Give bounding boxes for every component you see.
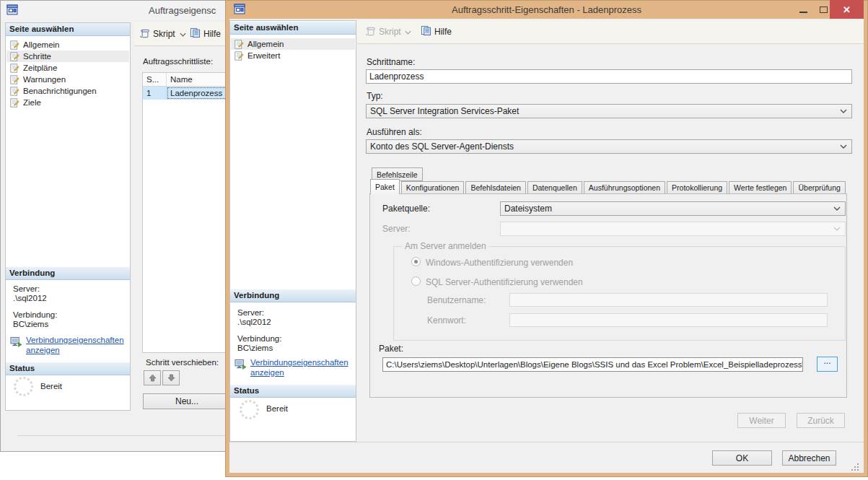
- bg-connection-header-label: Verbindung: [9, 269, 55, 277]
- window-icon: [6, 4, 18, 15]
- sidebar-item-label: Ziele: [23, 98, 41, 107]
- sidebar-item-label: Schritte: [23, 52, 51, 61]
- page-edit-icon: [10, 64, 19, 73]
- sidebar-item-label: Warnungen: [23, 75, 66, 84]
- sidebar-item-label: Allgemein: [23, 40, 60, 49]
- sidebar-item-benachrichtigungen[interactable]: Benachrichtigungen: [6, 85, 129, 97]
- move-step-label: Schritt verschieben:: [146, 358, 219, 367]
- bg-status-header: Status: [6, 362, 130, 375]
- status-value: Bereit: [40, 382, 62, 390]
- server-label: Server:: [13, 284, 40, 293]
- bg-sidebar-header: Seite auswählen: [6, 23, 130, 36]
- job-step-properties-dialog: [225, 0, 868, 477]
- move-step-down-button[interactable]: [162, 370, 180, 385]
- connection-label: Verbindung:: [13, 310, 57, 319]
- page-edit-icon: [10, 40, 19, 50]
- arrow-up-icon: [148, 373, 157, 383]
- move-step-up-button[interactable]: [144, 370, 161, 385]
- help-icon: [190, 27, 201, 38]
- sidebar-item-schritte[interactable]: Schritte: [6, 51, 129, 62]
- spinner-icon: [14, 377, 33, 396]
- sidebar-item-label: Zeitpläne: [23, 64, 57, 72]
- step-list-label: Auftragsschrittliste:: [143, 57, 213, 66]
- bg-connection-header: Verbindung: [6, 267, 130, 280]
- connection-properties-link[interactable]: Verbindungseigenschaften anzeigen: [26, 336, 127, 356]
- step-number: 1: [146, 89, 151, 97]
- sidebar-item-ziele[interactable]: Ziele: [6, 97, 129, 108]
- script-icon: [139, 28, 150, 39]
- new-step-button[interactable]: Neu...: [143, 393, 231, 409]
- new-step-button-label: Neu...: [175, 396, 198, 406]
- sidebar-item-label: Benachrichtigungen: [23, 87, 97, 95]
- page-edit-icon: [10, 87, 19, 96]
- page-edit-icon: [10, 98, 19, 108]
- sidebar-item-allgemein[interactable]: Allgemein: [6, 39, 129, 51]
- column-header-label: Name: [170, 75, 193, 84]
- sidebar-item-warnungen[interactable]: Warnungen: [6, 74, 129, 85]
- column-header-label: S...: [146, 75, 159, 84]
- page-edit-icon: [10, 75, 19, 84]
- bg-sidebar: Seite auswählen Allgemein Schritte Zeitp…: [5, 22, 131, 411]
- connection-properties-icon: [10, 336, 22, 347]
- script-button[interactable]: Skript: [153, 29, 175, 39]
- bg-sidebar-header-label: Seite auswählen: [9, 25, 74, 33]
- chevron-down-icon[interactable]: [180, 32, 186, 37]
- table-row-step-cell[interactable]: 1: [143, 87, 167, 100]
- sidebar-item-zeitplaene[interactable]: Zeitpläne: [6, 62, 129, 74]
- bg-status-header-label: Status: [9, 364, 35, 372]
- server-value: .\sql2012: [13, 294, 47, 302]
- page-edit-icon: [10, 52, 19, 61]
- column-header-step[interactable]: S...: [143, 73, 167, 87]
- help-button[interactable]: Hilfe: [203, 29, 221, 39]
- arrow-down-icon: [167, 373, 176, 383]
- bg-window-title: Auftragseigensc: [149, 5, 216, 16]
- desktop: Auftragseigensc Seite auswählen Allgemei…: [0, 0, 868, 480]
- connection-value: BC\ziems: [13, 320, 48, 328]
- step-name: Ladenprozess: [170, 89, 222, 97]
